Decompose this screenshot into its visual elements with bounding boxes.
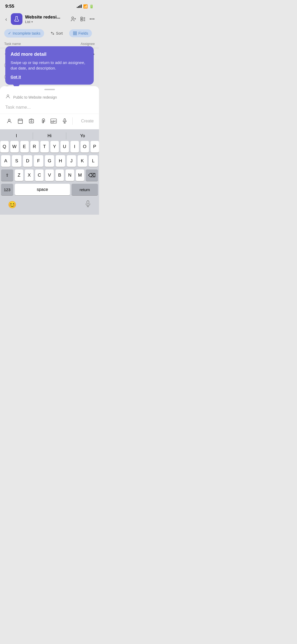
tooltip-body: Swipe up or tap return to add an assigne… (11, 60, 88, 71)
key-b[interactable]: B (55, 169, 64, 181)
column-assignee: Assignee (76, 42, 95, 46)
key-p[interactable]: P (91, 141, 99, 153)
key-m[interactable]: M (76, 169, 84, 181)
svg-rect-4 (81, 19, 82, 21)
attach-button[interactable] (37, 116, 48, 126)
key-o[interactable]: O (81, 141, 89, 153)
key-q[interactable]: Q (0, 141, 9, 153)
delete-key[interactable]: ⌫ (86, 169, 98, 181)
signal-icon (77, 5, 82, 8)
key-c[interactable]: C (35, 169, 44, 181)
public-icon (5, 94, 11, 100)
emoji-button[interactable]: 😊 (8, 201, 16, 209)
key-u[interactable]: U (60, 141, 69, 153)
key-h[interactable]: H (56, 155, 65, 167)
sort-button[interactable]: Sort (47, 29, 67, 37)
key-j[interactable]: J (67, 155, 76, 167)
numbers-key[interactable]: 123 (1, 184, 13, 195)
subtitle-row: List ▾ (25, 20, 68, 24)
autocomplete-item-3[interactable]: Yo (66, 132, 99, 139)
key-n[interactable]: N (65, 169, 74, 181)
more-options-button[interactable]: ••• (89, 17, 95, 21)
space-key[interactable]: space (15, 184, 70, 195)
calendar-button[interactable] (15, 116, 25, 126)
app-header: ‹ Website redesi... List ▾ ••• (0, 11, 99, 27)
autocomplete-bar: I Hi Yo (0, 131, 99, 141)
svg-rect-3 (81, 17, 82, 19)
return-key[interactable]: return (72, 184, 98, 195)
key-v[interactable]: V (45, 169, 54, 181)
photo-button[interactable] (26, 116, 36, 126)
svg-rect-19 (29, 119, 34, 123)
tooltip-overlay: Add more detail Swipe up or tap return t… (5, 46, 94, 85)
shift-key[interactable]: ⇧ (1, 169, 13, 181)
key-rows: Q W E R T Y U I O P A S D F G H J K (0, 141, 99, 195)
key-row-4: 123 space return (1, 184, 98, 195)
battery-icon: 🔋 (89, 4, 94, 8)
keyboard: I Hi Yo Q W E R T Y U I O P A S D (0, 129, 99, 215)
autocomplete-item-2[interactable]: Hi (33, 132, 66, 139)
public-label-row: Public to Website redesign (0, 90, 99, 103)
view-options-button[interactable] (80, 16, 86, 22)
app-icon (11, 13, 22, 25)
key-row-1: Q W E R T Y U I O P (1, 141, 98, 153)
sort-icon (50, 31, 55, 35)
key-r[interactable]: R (30, 141, 39, 153)
keyboard-mic-button[interactable] (85, 200, 91, 209)
tooltip-title: Add more detail (11, 52, 88, 57)
create-button[interactable]: Create (80, 117, 95, 125)
text-recognition-button[interactable]: ABC (49, 116, 59, 126)
tooltip-box: Add more detail Swipe up or tap return t… (5, 46, 94, 85)
flask-icon (13, 16, 20, 22)
bottom-sheet: Public to Website redesign ABC (0, 86, 99, 215)
key-k[interactable]: K (78, 155, 87, 167)
fields-button[interactable]: Fields (69, 29, 92, 37)
column-task-name: Task name (4, 42, 76, 46)
key-f[interactable]: F (34, 155, 43, 167)
svg-rect-11 (73, 34, 75, 35)
key-d[interactable]: D (23, 155, 32, 167)
voice-input-button[interactable] (60, 116, 70, 126)
key-i[interactable]: I (70, 141, 79, 153)
key-g[interactable]: G (45, 155, 54, 167)
public-label: Public to Website redesign (13, 95, 57, 99)
wifi-icon: 📶 (83, 4, 88, 8)
svg-point-2 (72, 17, 74, 19)
svg-text:ABC: ABC (51, 120, 56, 123)
svg-point-1 (17, 20, 17, 20)
assign-person-button[interactable] (4, 116, 14, 126)
key-e[interactable]: E (20, 141, 29, 153)
view-type-chevron[interactable]: ▾ (31, 20, 33, 23)
svg-rect-10 (75, 32, 77, 33)
incomplete-tasks-filter[interactable]: ✓ Incomplete tasks (4, 29, 44, 38)
key-y[interactable]: Y (50, 141, 59, 153)
svg-rect-15 (18, 119, 23, 124)
add-person-button[interactable] (70, 16, 76, 22)
check-circle-icon: ✓ (8, 31, 11, 36)
fields-label: Fields (78, 31, 88, 35)
status-icons: 📶 🔋 (77, 4, 94, 8)
autocomplete-item-1[interactable]: I (0, 132, 33, 139)
svg-point-13 (7, 95, 9, 96)
svg-point-14 (8, 119, 10, 121)
key-l[interactable]: L (89, 155, 98, 167)
header-actions: ••• (70, 16, 95, 22)
key-x[interactable]: X (25, 169, 33, 181)
key-s[interactable]: S (12, 155, 21, 167)
task-toolbar: ABC Create (0, 114, 99, 129)
back-button[interactable]: ‹ (4, 15, 8, 23)
svg-rect-12 (75, 34, 77, 35)
key-z[interactable]: Z (15, 169, 23, 181)
svg-rect-26 (87, 201, 89, 204)
keyboard-bottom-bar: 😊 (0, 198, 99, 215)
key-w[interactable]: W (10, 141, 19, 153)
status-time: 9:55 (5, 4, 14, 9)
key-t[interactable]: T (40, 141, 49, 153)
key-row-2: A S D F G H J K L (1, 155, 98, 167)
got-it-button[interactable]: Got it (11, 75, 21, 79)
fields-icon (73, 31, 77, 35)
svg-point-20 (31, 121, 32, 122)
sort-label: Sort (56, 31, 63, 35)
task-name-input[interactable] (0, 103, 99, 114)
key-a[interactable]: A (1, 155, 10, 167)
